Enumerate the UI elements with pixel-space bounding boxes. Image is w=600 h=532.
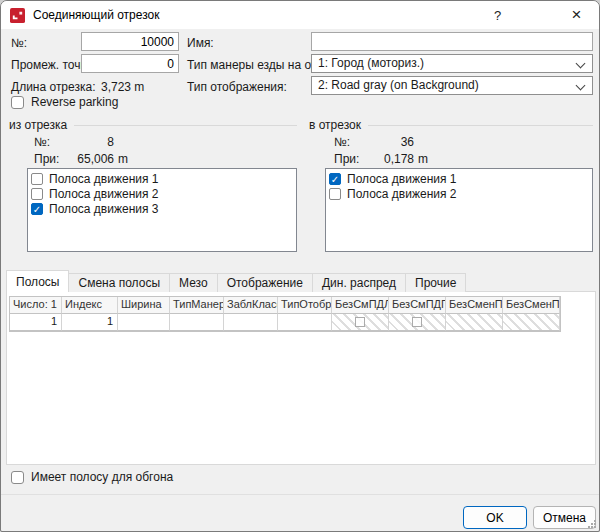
group-divider xyxy=(74,125,297,126)
grid-cell[interactable] xyxy=(118,314,170,331)
grid-column-header[interactable]: ЗаблКласс... xyxy=(224,297,278,314)
overtaking-row[interactable]: Имеет полосу для обгона xyxy=(11,470,173,484)
disabled-checkbox-icon xyxy=(355,317,365,327)
grid-header-row: Число: 1ИндексШиринаТипМанер...ЗаблКласс… xyxy=(10,297,560,314)
tab-lane-change[interactable]: Смена полосы xyxy=(68,273,170,292)
tab-lanes[interactable]: Полосы xyxy=(6,270,69,292)
ok-button[interactable]: OK xyxy=(463,506,527,529)
disabled-checkbox-icon xyxy=(412,317,422,327)
grid-column-header[interactable]: БезСменП... xyxy=(446,297,503,314)
from-link-group: из отрезка №: 8 При: 65,006 m Полоса дви… xyxy=(9,118,297,258)
reverse-parking-row[interactable]: Reverse parking xyxy=(11,95,118,109)
lane-label: Полоса движения 2 xyxy=(347,187,456,201)
grid-column-header[interactable]: БезСмПДЛ... xyxy=(332,297,389,314)
name-label: Имя: xyxy=(187,36,214,50)
footer-divider xyxy=(1,494,599,495)
overtaking-checkbox[interactable] xyxy=(11,471,24,484)
to-no-label: №: xyxy=(334,135,350,149)
grid-cell[interactable] xyxy=(332,314,389,331)
connector-dialog: Соединяющий отрезок ? × №: Имя: Промеж. … xyxy=(0,0,600,532)
reverse-parking-label: Reverse parking xyxy=(31,95,118,109)
to-at-value: 0,178 xyxy=(354,152,414,166)
grid-cell[interactable] xyxy=(224,314,278,331)
grid-column-header[interactable]: Число: 1 xyxy=(10,297,62,314)
from-no-label: №: xyxy=(34,135,50,149)
grid-cell[interactable]: 1 xyxy=(10,314,62,331)
lane-list-item[interactable]: Полоса движения 2 xyxy=(28,186,296,201)
to-lane-listbox[interactable]: ✓Полоса движения 1Полоса движения 2 xyxy=(325,168,593,252)
length-label: Длина отрезка: xyxy=(11,80,95,94)
grid-cell[interactable]: 1 xyxy=(62,314,118,331)
grid-cell[interactable] xyxy=(446,314,503,331)
from-at-unit: m xyxy=(118,152,128,166)
checkbox-unchecked-icon[interactable] xyxy=(31,173,43,185)
close-button[interactable]: × xyxy=(554,1,599,29)
close-icon: × xyxy=(572,5,582,25)
help-icon: ? xyxy=(494,8,501,23)
titlebar[interactable]: Соединяющий отрезок ? × xyxy=(1,1,599,29)
display-label: Тип отображения: xyxy=(187,80,287,94)
tab-strip: ПолосыСмена полосыМезоОтображениеДин. ра… xyxy=(6,270,465,292)
overtaking-label: Имеет полосу для обгона xyxy=(31,470,173,484)
chevron-down-icon xyxy=(576,81,586,91)
dialog-title: Соединяющий отрезок xyxy=(33,8,159,22)
grid-cell[interactable] xyxy=(389,314,446,331)
no-label: №: xyxy=(11,36,27,50)
grid-cell[interactable] xyxy=(503,314,560,331)
from-group-label: из отрезка xyxy=(9,118,67,132)
lane-list-item[interactable]: Полоса движения 1 xyxy=(28,171,296,186)
points-input[interactable] xyxy=(81,54,179,73)
lanes-grid[interactable]: Число: 1ИндексШиринаТипМанер...ЗаблКласс… xyxy=(9,296,561,332)
to-no-value: 36 xyxy=(354,135,414,149)
lane-list-item[interactable]: Полоса движения 2 xyxy=(326,186,592,201)
lane-label: Полоса движения 1 xyxy=(49,172,158,186)
to-group-label: в отрезок xyxy=(309,118,361,132)
grid-column-header[interactable]: БезСменП... xyxy=(503,297,560,314)
checkbox-checked-icon[interactable]: ✓ xyxy=(31,203,43,215)
checkbox-unchecked-icon[interactable] xyxy=(329,188,341,200)
from-at-value: 65,006 xyxy=(54,152,114,166)
checkbox-checked-icon[interactable]: ✓ xyxy=(329,173,341,185)
tab-display[interactable]: Отображение xyxy=(217,273,313,292)
grid-data-row[interactable]: 11 xyxy=(10,314,560,331)
help-button[interactable]: ? xyxy=(475,1,520,29)
lane-list-item[interactable]: ✓Полоса движения 1 xyxy=(326,171,592,186)
lane-label: Полоса движения 1 xyxy=(347,172,456,186)
chevron-down-icon xyxy=(576,59,586,69)
group-divider xyxy=(368,125,593,126)
display-select[interactable]: 2: Road gray (on Background) xyxy=(311,76,593,95)
lane-label: Полоса движения 3 xyxy=(49,202,158,216)
length-value: 3,723 m xyxy=(101,80,144,94)
checkbox-unchecked-icon[interactable] xyxy=(31,188,43,200)
tab-other[interactable]: Прочие xyxy=(405,273,466,292)
grid-column-header[interactable]: Ширина xyxy=(118,297,170,314)
from-no-value: 8 xyxy=(54,135,114,149)
app-icon xyxy=(10,8,25,23)
display-selected-value: 2: Road gray (on Background) xyxy=(318,78,479,92)
to-link-group: в отрезок №: 36 При: 0,178 m ✓Полоса дви… xyxy=(309,118,593,258)
to-at-unit: m xyxy=(418,152,428,166)
lanes-tab-page: Число: 1ИндексШиринаТипМанер...ЗаблКласс… xyxy=(6,291,596,465)
reverse-parking-checkbox[interactable] xyxy=(11,96,24,109)
tab-dyn-assignment[interactable]: Дин. распред xyxy=(312,273,406,292)
lane-label: Полоса движения 2 xyxy=(49,187,158,201)
grid-column-header[interactable]: ТипМанер... xyxy=(170,297,224,314)
behavior-selected-value: 1: Город (моториз.) xyxy=(318,56,424,70)
grid-cell[interactable] xyxy=(170,314,224,331)
resize-grip-icon[interactable] xyxy=(588,520,596,528)
grid-column-header[interactable]: ТипОтобр xyxy=(278,297,332,314)
lane-list-item[interactable]: ✓Полоса движения 3 xyxy=(28,201,296,216)
tab-meso[interactable]: Мезо xyxy=(169,273,218,292)
grid-column-header[interactable]: БезСмПДП... xyxy=(389,297,446,314)
behavior-select[interactable]: 1: Город (моториз.) xyxy=(311,54,593,73)
grid-column-header[interactable]: Индекс xyxy=(62,297,118,314)
cancel-button[interactable]: Отмена xyxy=(533,506,596,529)
from-lane-listbox[interactable]: Полоса движения 1Полоса движения 2✓Полос… xyxy=(27,168,297,252)
name-input[interactable] xyxy=(311,32,593,51)
no-input[interactable] xyxy=(81,32,179,51)
grid-cell[interactable] xyxy=(278,314,332,331)
